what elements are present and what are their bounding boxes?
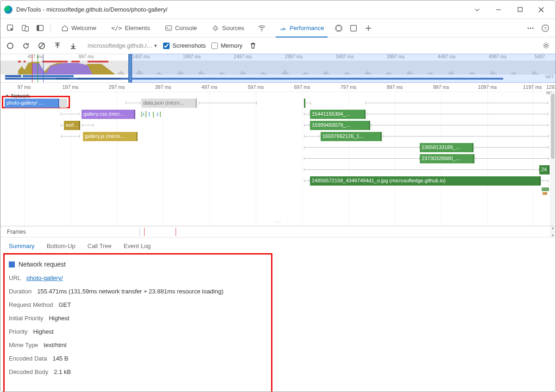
overview-timeline[interactable]: 497 ms 997 ms 1497 ms 1997 ms 2497 ms 29… bbox=[0, 54, 556, 83]
network-section-header[interactable]: ▼ Network bbox=[5, 93, 30, 99]
network-request-bar[interactable]: 24856572158_43497494d1_o.jpg (microsofte… bbox=[310, 176, 541, 186]
svg-text:?: ? bbox=[544, 25, 547, 31]
tab-console[interactable]: Console bbox=[158, 19, 204, 37]
svg-rect-4 bbox=[25, 26, 28, 31]
kv-label: URL bbox=[9, 274, 21, 281]
svg-point-14 bbox=[530, 27, 531, 29]
tab-bottom-up[interactable]: Bottom-Up bbox=[47, 237, 76, 254]
ruler-tick: 897 ms bbox=[387, 84, 403, 90]
application-icon[interactable] bbox=[347, 22, 360, 35]
window-titlebar: DevTools - microsoftedge.github.io/Demos… bbox=[0, 0, 556, 19]
tab-label: Performance bbox=[290, 25, 324, 31]
tab-welcome[interactable]: Welcome bbox=[55, 19, 103, 37]
svg-rect-25 bbox=[24, 61, 25, 62]
more-rows-indicator: ··· bbox=[0, 218, 556, 225]
screenshots-checkbox[interactable]: Screenshots bbox=[163, 42, 206, 49]
svg-rect-7 bbox=[165, 25, 171, 30]
kv-value: 145 B bbox=[52, 355, 68, 362]
tab-event-log[interactable]: Event Log bbox=[124, 237, 151, 254]
trash-icon[interactable] bbox=[248, 41, 258, 51]
devtools-tabs: Welcome </> Elements Console Sources Per… bbox=[0, 19, 556, 37]
svg-rect-24 bbox=[18, 61, 21, 62]
kv-value: 2.1 kB bbox=[54, 368, 71, 375]
help-icon[interactable]: ? bbox=[539, 22, 552, 35]
reload-button[interactable] bbox=[21, 41, 31, 51]
network-request-bar[interactable]: gallery.css (micr… bbox=[82, 110, 135, 119]
minimize-button[interactable] bbox=[488, 2, 509, 17]
ruler-tick: 397 ms bbox=[155, 84, 171, 90]
tab-label: Welcome bbox=[71, 25, 96, 31]
ruler-tick: 1197 ms bbox=[523, 84, 542, 90]
ruler-tick: 997 ms bbox=[433, 84, 449, 90]
detail-tabs: Summary Bottom-Up Call Tree Event Log bbox=[0, 237, 556, 254]
chevron-down-icon[interactable] bbox=[467, 2, 488, 17]
record-button[interactable] bbox=[5, 41, 15, 51]
network-request-bar[interactable]: 16037662126_1… bbox=[321, 132, 382, 141]
tab-elements[interactable]: </> Elements bbox=[105, 19, 157, 37]
request-color-swatch bbox=[9, 261, 15, 268]
svg-line-20 bbox=[40, 44, 44, 48]
network-request-bar[interactable]: gallery.js (micro… bbox=[83, 132, 138, 141]
frames-track[interactable]: Frames ▲▼ bbox=[0, 226, 556, 237]
svg-rect-12 bbox=[351, 25, 357, 31]
kv-label: Encoded Data bbox=[9, 355, 47, 362]
network-request-bar[interactable]: 15999493079_… bbox=[310, 121, 370, 130]
svg-marker-23 bbox=[32, 63, 92, 75]
recording-url: microsoftedge.github.i… bbox=[88, 42, 152, 49]
selection-handle-left[interactable] bbox=[128, 54, 132, 82]
more-icon[interactable] bbox=[524, 22, 537, 35]
upload-icon[interactable] bbox=[52, 41, 63, 51]
ruler-tick: 697 ms bbox=[294, 84, 310, 90]
svg-point-9 bbox=[261, 30, 262, 31]
network-request-bar[interactable]: photo-gallery/ … bbox=[5, 99, 59, 108]
settings-icon[interactable] bbox=[541, 41, 551, 51]
ruler-tick: 297 ms bbox=[109, 84, 125, 90]
tab-performance[interactable]: Performance bbox=[273, 19, 330, 37]
url-link[interactable]: photo-gallery/ bbox=[26, 274, 63, 281]
device-icon[interactable] bbox=[19, 22, 32, 35]
network-request-bar[interactable]: 23658133189_… bbox=[420, 143, 474, 152]
maximize-button[interactable] bbox=[509, 2, 531, 17]
network-request-bar[interactable]: data.json (micro… bbox=[141, 99, 197, 108]
memory-checkbox[interactable]: Memory bbox=[211, 42, 242, 49]
memory-icon[interactable] bbox=[332, 22, 345, 35]
ruler-tick: 197 ms bbox=[63, 84, 78, 90]
svg-point-8 bbox=[214, 26, 217, 29]
network-request-bar[interactable]: 24 bbox=[539, 165, 550, 174]
clear-button[interactable] bbox=[37, 41, 47, 51]
recording-selector[interactable]: microsoftedge.github.i… ▼ bbox=[88, 42, 158, 49]
close-button[interactable] bbox=[531, 2, 552, 17]
dock-icon[interactable] bbox=[34, 22, 47, 35]
download-icon[interactable] bbox=[68, 41, 78, 51]
ruler-tick: 497 ms bbox=[202, 84, 217, 90]
network-conditions-icon[interactable] bbox=[255, 22, 268, 35]
tab-label: Console bbox=[175, 25, 197, 31]
kv-label: Initial Priority bbox=[9, 315, 43, 322]
svg-rect-26 bbox=[42, 61, 68, 62]
network-request-bar[interactable]: exif… bbox=[64, 121, 80, 130]
kv-label: Request Method bbox=[9, 301, 53, 308]
flame-chart[interactable]: 97 ms 197 ms 297 ms 397 ms 497 ms 597 ms… bbox=[0, 83, 556, 226]
plus-icon[interactable] bbox=[362, 22, 375, 35]
svg-point-21 bbox=[544, 44, 547, 47]
frames-scroll[interactable]: ▲▼ bbox=[550, 226, 556, 237]
ruler-tick: 597 ms bbox=[248, 84, 264, 90]
tab-summary[interactable]: Summary bbox=[9, 237, 35, 254]
inspect-icon[interactable] bbox=[4, 22, 17, 35]
svg-point-13 bbox=[528, 27, 529, 29]
overview-selection[interactable] bbox=[130, 54, 556, 82]
kv-value: GET bbox=[58, 301, 71, 308]
kv-label: Priority bbox=[9, 328, 27, 335]
tab-call-tree[interactable]: Call Tree bbox=[88, 237, 112, 254]
edge-icon bbox=[4, 6, 13, 14]
network-request-bar[interactable]: 23730328680_… bbox=[420, 154, 474, 163]
tick-label: 497 ms bbox=[28, 54, 43, 59]
ruler-tick: 797 ms bbox=[341, 84, 356, 90]
network-request-bar[interactable]: 15441155304_… bbox=[310, 110, 366, 119]
frames-label: Frames bbox=[0, 229, 26, 235]
performance-toolbar: microsoftedge.github.i… ▼ Screenshots Me… bbox=[0, 37, 556, 54]
tab-sources[interactable]: Sources bbox=[205, 19, 251, 37]
summary-panel: Network request URLphoto-gallery/ Durati… bbox=[0, 254, 556, 375]
vertical-scrollbar[interactable] bbox=[550, 92, 556, 226]
svg-rect-11 bbox=[336, 25, 341, 31]
